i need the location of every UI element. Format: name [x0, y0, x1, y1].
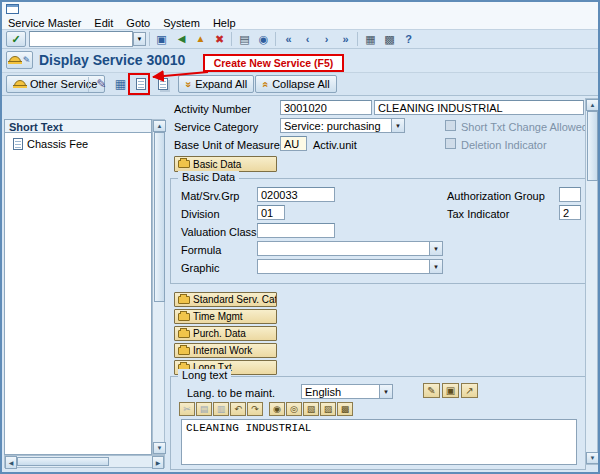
long-text-caption: Long text	[178, 369, 231, 381]
insert-line-button[interactable]: ▧	[303, 402, 319, 416]
command-field[interactable]	[29, 31, 133, 47]
new-session-icon: ▦	[365, 34, 375, 45]
language-dropdown[interactable]: English ▼	[301, 384, 393, 399]
back-button[interactable]: ◀	[172, 31, 191, 47]
command-dropdown-button[interactable]: ▼	[133, 32, 146, 46]
cancel-button[interactable]: ✖	[210, 31, 229, 47]
hard-hat-icon	[14, 80, 26, 87]
valuation-class-field[interactable]	[257, 223, 335, 238]
previous-page-button[interactable]: ‹	[298, 31, 317, 47]
first-page-button[interactable]: «	[279, 31, 298, 47]
scroll-down-button[interactable]: ▼	[586, 452, 599, 464]
help-icon: ?	[405, 34, 412, 45]
exit-button[interactable]: ▲	[191, 31, 210, 47]
enter-button[interactable]: ✓	[6, 31, 26, 47]
create-shortcut-button[interactable]: ▩	[380, 31, 399, 47]
activity-description-field[interactable]	[374, 100, 584, 115]
graphic-dropdown[interactable]: ▼	[257, 259, 443, 274]
tab-basic-data[interactable]: Basic Data	[174, 156, 277, 172]
chevron-left-icon: ◀	[9, 459, 14, 466]
base-unit-field[interactable]	[280, 136, 307, 151]
scrollbar-thumb[interactable]	[587, 111, 598, 181]
service-category-dropdown[interactable]: Service: purchasing ▼	[280, 118, 405, 133]
help-button[interactable]: ?	[399, 31, 418, 47]
toolbar-separator	[88, 77, 89, 92]
shortcut-icon: ▩	[384, 34, 394, 45]
tab-time-mgmt[interactable]: Time Mgmt	[174, 309, 277, 324]
long-text-editor[interactable]: CLEANING INDUSTRIAL	[181, 419, 577, 465]
tab-basic-data-label: Basic Data	[193, 159, 241, 170]
formula-dropdown[interactable]: ▼	[257, 241, 443, 256]
delete-line-button[interactable]: ▨	[320, 402, 336, 416]
tax-indicator-label: Tax Indicator	[447, 208, 509, 220]
scroll-right-button[interactable]: ▶	[152, 456, 164, 469]
copy-button[interactable]: ▤	[196, 402, 212, 416]
find-next-button[interactable]: ◎	[286, 402, 302, 416]
tax-indicator-field[interactable]	[559, 205, 581, 220]
chevron-down-glyph: ▼	[433, 246, 439, 252]
activity-number-field[interactable]	[280, 100, 372, 115]
cut-button[interactable]: ✂	[179, 402, 195, 416]
chevron-down-icon[interactable]: ▼	[429, 242, 442, 255]
scroll-left-button[interactable]: ◀	[5, 456, 17, 469]
scroll-up-button[interactable]: ▲	[153, 120, 166, 132]
format-text-button[interactable]: ▩	[337, 402, 353, 416]
new-session-button[interactable]: ▦	[361, 31, 380, 47]
division-field[interactable]	[257, 205, 285, 220]
copy-document-icon	[158, 78, 168, 90]
find-text-button[interactable]: ◉	[269, 402, 285, 416]
authorization-group-field[interactable]	[559, 187, 581, 202]
expand-all-button[interactable]: » Expand All	[178, 75, 254, 93]
folder-icon	[178, 296, 190, 304]
goto-editor-button[interactable]: ↗	[461, 383, 478, 398]
tab-purch-data[interactable]: Purch. Data	[174, 326, 277, 341]
basic-data-caption: Basic Data	[178, 171, 239, 183]
short-txt-change-label: Short Txt Change Allowed	[461, 121, 588, 133]
tab-label: Time Mgmt	[193, 311, 243, 322]
chevron-down-icon: ▼	[157, 445, 163, 451]
chevron-down-icon[interactable]: ▼	[429, 260, 442, 273]
scroll-up-button[interactable]: ▲	[586, 99, 599, 111]
undo-button[interactable]: ↶	[230, 402, 246, 416]
collapse-all-button[interactable]: « Collapse All	[255, 75, 337, 93]
find-button[interactable]: ◉	[254, 31, 273, 47]
menu-item-edit[interactable]: Edit	[94, 17, 113, 29]
toolbar-separator	[275, 32, 276, 46]
base-unit-label: Base Unit of Measure	[174, 139, 280, 151]
long-text-groupbox: Long text Lang. to be maint. English ▼ ✎…	[170, 376, 586, 470]
tab-standard-serv-cat[interactable]: Standard Serv. Cat.	[174, 292, 277, 307]
display-text-button[interactable]: ▣	[442, 383, 459, 398]
paste-button[interactable]: ▥	[213, 402, 229, 416]
change-text-button[interactable]: ✎	[423, 383, 440, 398]
last-page-button[interactable]: »	[336, 31, 355, 47]
menu-item-help[interactable]: Help	[213, 17, 236, 29]
tree-vertical-scrollbar: ▲ ▼	[152, 119, 165, 455]
menu-item-system[interactable]: System	[163, 17, 200, 29]
print-button[interactable]: ▤	[235, 31, 254, 47]
scroll-down-button[interactable]: ▼	[153, 442, 166, 454]
application-toolbar: Other Service ✎ ▦ » Expand All « Collaps…	[2, 72, 598, 96]
service-master-icon-button[interactable]: ✎	[6, 51, 33, 69]
scrollbar-thumb[interactable]	[17, 457, 109, 466]
menu-item-goto[interactable]: Goto	[126, 17, 150, 29]
mat-srv-grp-field[interactable]	[257, 187, 335, 202]
other-service-button[interactable]: Other Service	[6, 75, 105, 93]
scrollbar-thumb[interactable]	[154, 132, 165, 302]
chevron-down-icon: ▼	[137, 36, 143, 42]
copy-service-button[interactable]	[153, 75, 172, 93]
tab-internal-work[interactable]: Internal Work	[174, 343, 277, 358]
service-tree: Chassis Fee	[4, 133, 152, 455]
tree-horizontal-scrollbar: ◀ ▶	[4, 455, 165, 468]
chevron-down-icon[interactable]: ▼	[391, 119, 404, 132]
display-change-button[interactable]: ✎	[92, 75, 111, 93]
language-label: Lang. to be maint.	[187, 387, 275, 399]
tree-item-chassis-fee[interactable]: Chassis Fee	[5, 133, 151, 150]
exit-icon: ▲	[196, 34, 206, 44]
redo-button[interactable]: ↷	[247, 402, 263, 416]
menu-item-service-master[interactable]: Service Master	[8, 17, 81, 29]
next-page-button[interactable]: ›	[317, 31, 336, 47]
save-button[interactable]: ▣	[152, 31, 171, 47]
redo-icon: ↷	[251, 404, 259, 414]
chevron-down-icon[interactable]: ▼	[379, 385, 392, 398]
activity-number-label: Activity Number	[174, 103, 251, 115]
